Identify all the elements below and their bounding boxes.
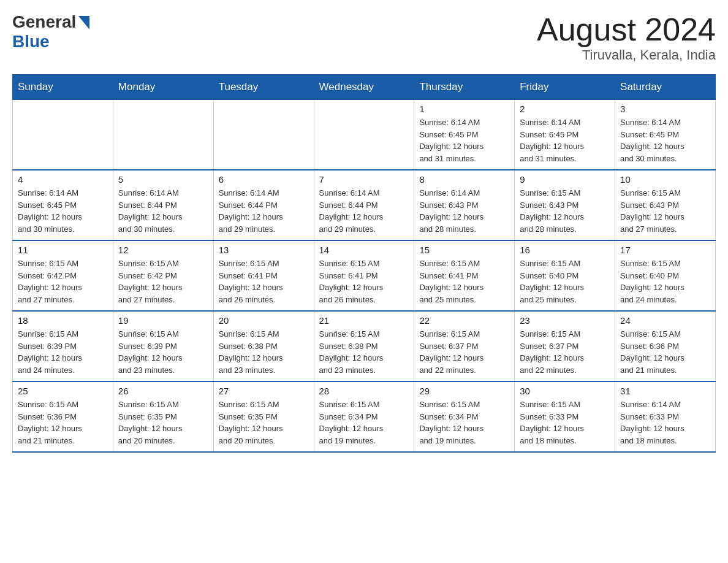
day-info: Sunrise: 6:15 AM Sunset: 6:39 PM Dayligh… (118, 328, 208, 376)
day-info: Sunrise: 6:15 AM Sunset: 6:35 PM Dayligh… (118, 399, 208, 446)
day-number: 16 (520, 245, 610, 255)
logo-blue: Blue (12, 32, 50, 51)
day-number: 10 (620, 174, 710, 185)
logo-general: General (12, 12, 76, 32)
day-number: 2 (520, 104, 610, 114)
day-info: Sunrise: 6:15 AM Sunset: 6:34 PM Dayligh… (319, 399, 409, 446)
day-number: 8 (419, 174, 509, 185)
day-number: 7 (319, 174, 409, 185)
calendar-day-cell: 12Sunrise: 6:15 AM Sunset: 6:42 PM Dayli… (113, 240, 213, 311)
calendar-day-cell: 9Sunrise: 6:15 AM Sunset: 6:43 PM Daylig… (515, 170, 615, 240)
calendar-day-cell: 3Sunrise: 6:14 AM Sunset: 6:45 PM Daylig… (615, 100, 716, 170)
day-info: Sunrise: 6:14 AM Sunset: 6:45 PM Dayligh… (520, 117, 610, 164)
header: General Blue August 2024 Tiruvalla, Kera… (12, 12, 716, 63)
day-info: Sunrise: 6:15 AM Sunset: 6:37 PM Dayligh… (520, 328, 610, 376)
day-number: 20 (219, 315, 309, 326)
day-info: Sunrise: 6:15 AM Sunset: 6:41 PM Dayligh… (319, 258, 409, 305)
calendar-title: August 2024 (537, 12, 716, 47)
day-info: Sunrise: 6:15 AM Sunset: 6:40 PM Dayligh… (620, 258, 710, 305)
day-number: 4 (18, 174, 108, 185)
calendar-day-cell: 27Sunrise: 6:15 AM Sunset: 6:35 PM Dayli… (213, 381, 314, 452)
day-number: 17 (620, 245, 710, 255)
calendar-day-cell: 30Sunrise: 6:15 AM Sunset: 6:33 PM Dayli… (515, 381, 615, 452)
header-row: Sunday Monday Tuesday Wednesday Thursday… (13, 75, 716, 100)
day-number: 15 (419, 245, 509, 255)
calendar-day-cell: 8Sunrise: 6:14 AM Sunset: 6:43 PM Daylig… (414, 170, 515, 240)
col-thursday: Thursday (414, 75, 515, 100)
day-number: 13 (219, 245, 309, 255)
day-number: 30 (520, 386, 610, 396)
day-number: 21 (319, 315, 409, 326)
calendar-day-cell: 26Sunrise: 6:15 AM Sunset: 6:35 PM Dayli… (113, 381, 213, 452)
calendar-day-cell: 19Sunrise: 6:15 AM Sunset: 6:39 PM Dayli… (113, 311, 213, 381)
day-info: Sunrise: 6:15 AM Sunset: 6:34 PM Dayligh… (419, 399, 509, 446)
day-number: 31 (620, 386, 710, 396)
day-info: Sunrise: 6:14 AM Sunset: 6:45 PM Dayligh… (18, 187, 108, 235)
day-info: Sunrise: 6:15 AM Sunset: 6:36 PM Dayligh… (620, 328, 710, 376)
day-number: 9 (520, 174, 610, 185)
day-number: 28 (319, 386, 409, 396)
calendar-day-cell: 23Sunrise: 6:15 AM Sunset: 6:37 PM Dayli… (515, 311, 615, 381)
day-info: Sunrise: 6:15 AM Sunset: 6:43 PM Dayligh… (620, 187, 710, 235)
calendar-day-cell: 2Sunrise: 6:14 AM Sunset: 6:45 PM Daylig… (515, 100, 615, 170)
calendar-week-row: 1Sunrise: 6:14 AM Sunset: 6:45 PM Daylig… (13, 100, 716, 170)
day-info: Sunrise: 6:15 AM Sunset: 6:36 PM Dayligh… (18, 399, 108, 446)
calendar-day-cell: 11Sunrise: 6:15 AM Sunset: 6:42 PM Dayli… (13, 240, 113, 311)
calendar-day-cell: 28Sunrise: 6:15 AM Sunset: 6:34 PM Dayli… (314, 381, 414, 452)
col-tuesday: Tuesday (213, 75, 314, 100)
calendar-table: Sunday Monday Tuesday Wednesday Thursday… (12, 74, 716, 453)
logo: General Blue (12, 12, 89, 52)
day-number: 18 (18, 315, 108, 326)
calendar-day-cell: 15Sunrise: 6:15 AM Sunset: 6:41 PM Dayli… (414, 240, 515, 311)
calendar-day-cell: 24Sunrise: 6:15 AM Sunset: 6:36 PM Dayli… (615, 311, 716, 381)
day-info: Sunrise: 6:15 AM Sunset: 6:35 PM Dayligh… (219, 399, 309, 446)
day-number: 11 (18, 245, 108, 255)
col-sunday: Sunday (13, 75, 113, 100)
day-number: 12 (118, 245, 208, 255)
day-info: Sunrise: 6:15 AM Sunset: 6:38 PM Dayligh… (219, 328, 309, 376)
col-monday: Monday (113, 75, 213, 100)
calendar-day-cell: 18Sunrise: 6:15 AM Sunset: 6:39 PM Dayli… (13, 311, 113, 381)
calendar-day-cell: 6Sunrise: 6:14 AM Sunset: 6:44 PM Daylig… (213, 170, 314, 240)
day-info: Sunrise: 6:15 AM Sunset: 6:37 PM Dayligh… (419, 328, 509, 376)
calendar-week-row: 11Sunrise: 6:15 AM Sunset: 6:42 PM Dayli… (13, 240, 716, 311)
day-number: 3 (620, 104, 710, 114)
calendar-day-cell: 31Sunrise: 6:14 AM Sunset: 6:33 PM Dayli… (615, 381, 716, 452)
calendar-day-cell: 14Sunrise: 6:15 AM Sunset: 6:41 PM Dayli… (314, 240, 414, 311)
calendar-week-row: 4Sunrise: 6:14 AM Sunset: 6:45 PM Daylig… (13, 170, 716, 240)
calendar-header: Sunday Monday Tuesday Wednesday Thursday… (13, 75, 716, 100)
day-number: 26 (118, 386, 208, 396)
calendar-day-cell: 20Sunrise: 6:15 AM Sunset: 6:38 PM Dayli… (213, 311, 314, 381)
calendar-week-row: 18Sunrise: 6:15 AM Sunset: 6:39 PM Dayli… (13, 311, 716, 381)
day-info: Sunrise: 6:15 AM Sunset: 6:43 PM Dayligh… (520, 187, 610, 235)
day-number: 1 (419, 104, 509, 114)
calendar-day-cell: 5Sunrise: 6:14 AM Sunset: 6:44 PM Daylig… (113, 170, 213, 240)
day-info: Sunrise: 6:15 AM Sunset: 6:38 PM Dayligh… (319, 328, 409, 376)
day-info: Sunrise: 6:15 AM Sunset: 6:41 PM Dayligh… (219, 258, 309, 305)
day-info: Sunrise: 6:14 AM Sunset: 6:44 PM Dayligh… (118, 187, 208, 235)
day-info: Sunrise: 6:15 AM Sunset: 6:40 PM Dayligh… (520, 258, 610, 305)
day-number: 29 (419, 386, 509, 396)
day-number: 22 (419, 315, 509, 326)
calendar-day-cell: 1Sunrise: 6:14 AM Sunset: 6:45 PM Daylig… (414, 100, 515, 170)
col-saturday: Saturday (615, 75, 716, 100)
day-number: 25 (18, 386, 108, 396)
calendar-day-cell: 7Sunrise: 6:14 AM Sunset: 6:44 PM Daylig… (314, 170, 414, 240)
calendar-week-row: 25Sunrise: 6:15 AM Sunset: 6:36 PM Dayli… (13, 381, 716, 452)
day-number: 23 (520, 315, 610, 326)
logo-triangle-icon (78, 16, 89, 29)
calendar-day-cell (113, 100, 213, 170)
day-number: 14 (319, 245, 409, 255)
calendar-day-cell: 29Sunrise: 6:15 AM Sunset: 6:34 PM Dayli… (414, 381, 515, 452)
day-number: 5 (118, 174, 208, 185)
day-info: Sunrise: 6:14 AM Sunset: 6:44 PM Dayligh… (319, 187, 409, 235)
calendar-day-cell: 25Sunrise: 6:15 AM Sunset: 6:36 PM Dayli… (13, 381, 113, 452)
calendar-day-cell (213, 100, 314, 170)
calendar-day-cell: 22Sunrise: 6:15 AM Sunset: 6:37 PM Dayli… (414, 311, 515, 381)
col-wednesday: Wednesday (314, 75, 414, 100)
calendar-day-cell: 10Sunrise: 6:15 AM Sunset: 6:43 PM Dayli… (615, 170, 716, 240)
day-number: 6 (219, 174, 309, 185)
title-area: August 2024 Tiruvalla, Kerala, India (537, 12, 716, 63)
day-number: 19 (118, 315, 208, 326)
day-info: Sunrise: 6:15 AM Sunset: 6:39 PM Dayligh… (18, 328, 108, 376)
